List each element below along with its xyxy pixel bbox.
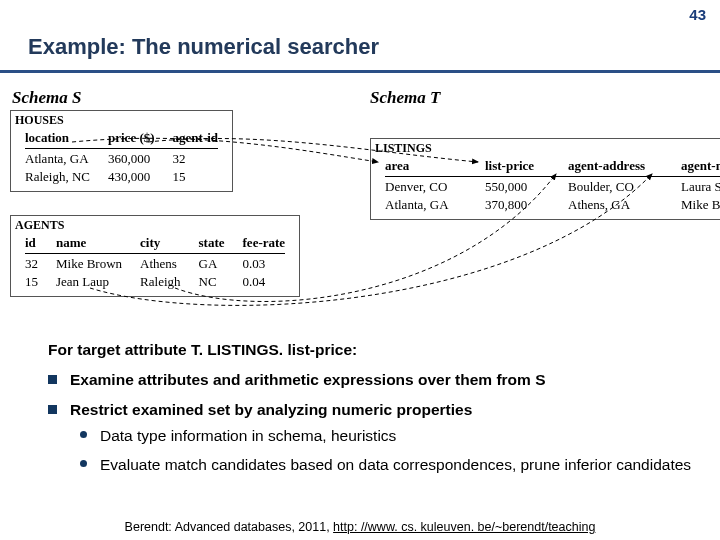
table-row: Atlanta, GA 370,800 Athens, GA Mike Brow… — [377, 197, 720, 213]
table-row: Atlanta, GA 360,000 32 — [17, 151, 226, 167]
listings-table: LISTINGS area list-price agent-address a… — [370, 138, 720, 220]
schema-t-label: Schema T — [370, 88, 440, 108]
agents-col-name: name — [48, 235, 130, 251]
subbullet-datatype: Data type information in schema, heurist… — [100, 426, 700, 446]
listings-caption: LISTINGS — [375, 141, 720, 156]
houses-col-price: price ($) — [100, 130, 163, 146]
bullet-restrict: Restrict examined set by analyzing numer… — [70, 400, 700, 474]
divider — [25, 148, 218, 149]
table-row: 32 Mike Brown Athens GA 0.03 — [17, 256, 293, 272]
cell: Mike Brown — [673, 197, 720, 213]
cell: Denver, CO — [377, 179, 475, 195]
listings-col-listprice: list-price — [477, 158, 558, 174]
cell: Laura Smith — [673, 179, 720, 195]
table-row: Denver, CO 550,000 Boulder, CO Laura Smi… — [377, 179, 720, 195]
cell: 0.04 — [235, 274, 294, 290]
cell: NC — [191, 274, 233, 290]
cell: Boulder, CO — [560, 179, 671, 195]
listings-col-area: area — [377, 158, 475, 174]
cell: 360,000 — [100, 151, 163, 167]
bullet-text: Evaluate match candidates based on data … — [100, 456, 691, 473]
houses-caption: HOUSES — [15, 113, 228, 128]
cell: 32 — [165, 151, 227, 167]
cell: Atlanta, GA — [377, 197, 475, 213]
cell: Raleigh — [132, 274, 188, 290]
cell: Atlanta, GA — [17, 151, 98, 167]
body-text: For target attribute T. LISTINGS. list-p… — [48, 340, 700, 485]
subbullet-evaluate: Evaluate match candidates based on data … — [100, 455, 700, 475]
cell: 32 — [17, 256, 46, 272]
cell: GA — [191, 256, 233, 272]
agents-col-city: city — [132, 235, 188, 251]
cell: Athens, GA — [560, 197, 671, 213]
footer: Berendt: Advanced databases, 2011, http:… — [0, 520, 720, 534]
cell: 0.03 — [235, 256, 294, 272]
cell: 430,000 — [100, 169, 163, 185]
bullet-text: Examine attributes and arithmetic expres… — [70, 371, 545, 388]
bullet-text: Data type information in schema, heurist… — [100, 427, 396, 444]
agents-col-feerate: fee-rate — [235, 235, 294, 251]
cell: 15 — [165, 169, 227, 185]
title-divider — [0, 70, 720, 73]
bullet-examine: Examine attributes and arithmetic expres… — [70, 370, 700, 390]
table-row: Raleigh, NC 430,000 15 — [17, 169, 226, 185]
divider — [25, 253, 285, 254]
agents-table: AGENTS id name city state fee-rate 32 Mi… — [10, 215, 300, 297]
cell: 550,000 — [477, 179, 558, 195]
lead-sentence: For target attribute T. LISTINGS. list-p… — [48, 340, 700, 360]
page-title: Example: The numerical searcher — [28, 34, 379, 60]
cell: 370,800 — [477, 197, 558, 213]
divider — [385, 176, 720, 177]
agents-col-id: id — [17, 235, 46, 251]
footer-text: Berendt: Advanced databases, 2011, — [125, 520, 334, 534]
schema-s-label: Schema S — [12, 88, 81, 108]
listings-col-agentname: agent-name — [673, 158, 720, 174]
cell: Jean Laup — [48, 274, 130, 290]
houses-table: HOUSES location price ($) agent-id Atlan… — [10, 110, 233, 192]
agents-caption: AGENTS — [15, 218, 295, 233]
cell: Mike Brown — [48, 256, 130, 272]
agents-col-state: state — [191, 235, 233, 251]
houses-col-agentid: agent-id — [165, 130, 227, 146]
cell: Athens — [132, 256, 188, 272]
footer-link[interactable]: http: //www. cs. kuleuven. be/~berendt/t… — [333, 520, 595, 534]
houses-col-location: location — [17, 130, 98, 146]
listings-col-agentaddress: agent-address — [560, 158, 671, 174]
page-number: 43 — [689, 6, 706, 23]
bullet-text: Restrict examined set by analyzing numer… — [70, 401, 472, 418]
table-row: 15 Jean Laup Raleigh NC 0.04 — [17, 274, 293, 290]
cell: Raleigh, NC — [17, 169, 98, 185]
cell: 15 — [17, 274, 46, 290]
